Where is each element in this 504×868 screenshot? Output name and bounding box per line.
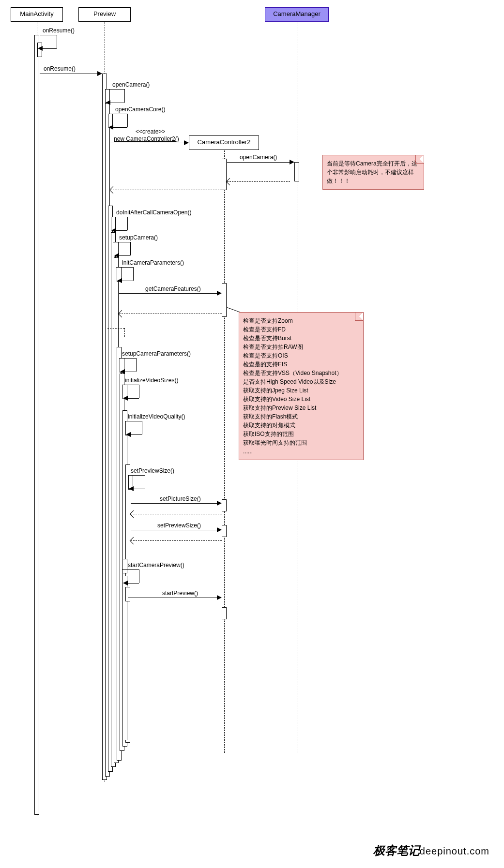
msg-setpicturesize: setPictureSize() xyxy=(160,495,201,502)
return-arrow xyxy=(131,514,222,514)
arrow xyxy=(128,398,139,399)
activation-cc-4 xyxy=(222,525,227,537)
activation-cm-1 xyxy=(294,162,299,181)
arrow xyxy=(122,385,139,385)
return-arrow xyxy=(131,540,222,541)
note-line: 获取ISO支持的范围 xyxy=(243,430,359,438)
note-line: 是否支持High Speed Video以及Size xyxy=(243,377,359,386)
arrowhead xyxy=(117,278,122,283)
arrowhead xyxy=(217,595,222,600)
arrow xyxy=(131,434,142,435)
arrow xyxy=(116,267,133,268)
arrow xyxy=(119,358,136,359)
arrow xyxy=(122,569,139,570)
arrowhead xyxy=(114,253,119,258)
participant-cameracontroller2: CameraController2 xyxy=(189,135,259,150)
msg-initparams: initCameraParameters() xyxy=(122,259,184,266)
msg-setpreviewsize2: setPreviewSize() xyxy=(157,522,201,529)
msg-opencameracore: openCameraCore() xyxy=(115,106,165,113)
arrow xyxy=(128,583,139,584)
msg-opencamera2: openCamera() xyxy=(240,154,277,161)
footer: 极客笔记deepinout.com xyxy=(373,843,489,858)
note-connector xyxy=(300,172,322,172)
arrowhead xyxy=(217,291,222,296)
participant-label: CameraController2 xyxy=(198,138,251,146)
arrow xyxy=(125,372,136,372)
msg-startcampreview: startCameraPreview() xyxy=(128,562,184,569)
return-arrow xyxy=(107,337,124,337)
arrow-leg xyxy=(139,385,139,398)
msg-getfeatures: getCameraFeatures() xyxy=(145,285,201,292)
return-arrow xyxy=(110,190,222,190)
activation-cc-1 xyxy=(222,159,227,190)
note-line: 检查是的支持EIS xyxy=(243,360,359,369)
note-line: 检查是否支持Burst xyxy=(243,334,359,343)
arrowhead xyxy=(184,140,189,145)
arrow-leg xyxy=(127,217,128,230)
msg-doinit: doInitAfterCallCameraOpen() xyxy=(116,209,191,216)
arrow xyxy=(43,48,57,49)
activation-main-1 xyxy=(34,35,39,815)
msg-new: new CameraController2() xyxy=(114,135,179,142)
note-opencamera: 当前是等待Camera完全打开后，这个非常影响启动耗时，不建议这样做！！！ xyxy=(322,155,424,190)
arrow xyxy=(110,143,184,143)
footer-url: deepinout.com xyxy=(420,846,489,856)
note-text: 当前是等待Camera完全打开后，这个非常影响启动耗时，不建议这样做！！！ xyxy=(327,160,417,184)
arrow xyxy=(110,103,124,103)
arrow xyxy=(110,114,127,114)
arrow xyxy=(113,242,130,242)
return-arrow xyxy=(119,314,222,314)
return-arrow xyxy=(227,181,290,182)
note-line: ...... xyxy=(243,447,359,456)
note-line: 检查是否支持Zoom xyxy=(243,316,359,325)
arrowhead xyxy=(217,501,222,506)
arrowhead xyxy=(129,486,134,491)
participant-label: Preview xyxy=(93,10,116,17)
arrowhead xyxy=(97,71,102,76)
msg-initvideosizes: initializeVideoSizes() xyxy=(125,377,179,384)
note-line: 检查是否支持VSS（Video Snapshot） xyxy=(243,369,359,377)
msg-setupcamera: setupCamera() xyxy=(119,234,158,241)
note-line: 获取支持的Jpeg Size List xyxy=(243,386,359,395)
msg-opencamera: openCamera() xyxy=(112,81,150,88)
msg-create: <<create>> xyxy=(136,128,165,135)
participant-preview: Preview xyxy=(78,7,131,22)
msg-setpreviewsize: setPreviewSize() xyxy=(131,467,174,474)
arrowhead xyxy=(120,369,125,374)
msg-onresume2: onResume() xyxy=(44,65,76,72)
arrow xyxy=(128,598,217,598)
return-arrow xyxy=(107,328,124,329)
participant-mainactivity: MainActivity xyxy=(11,7,63,22)
arrow-leg xyxy=(142,421,142,434)
activation-prev-19 xyxy=(122,559,127,573)
arrow xyxy=(125,421,142,421)
arrow xyxy=(134,489,145,489)
arrow xyxy=(110,217,127,217)
arrow xyxy=(131,503,217,504)
note-line: 获取曝光时间支持的范围 xyxy=(243,438,359,447)
arrow xyxy=(107,89,124,90)
arrow xyxy=(116,230,127,231)
arrow-leg xyxy=(145,475,145,489)
note-line: 检查是否支持拍RAW图 xyxy=(243,343,359,351)
arrow-leg xyxy=(57,35,57,48)
arrowhead xyxy=(126,432,131,437)
arrow-leg xyxy=(124,328,125,337)
arrowhead xyxy=(290,160,294,165)
msg-setupparams: setupCameraParameters() xyxy=(122,350,191,357)
msg-initvideoquality: initializeVideoQuality() xyxy=(128,413,185,420)
arrowhead xyxy=(108,125,113,130)
msg-onresume: onResume() xyxy=(43,27,75,34)
arrow-leg xyxy=(130,242,131,255)
footer-brand: 极客笔记 xyxy=(373,844,420,857)
lifeline-cameracontroller2 xyxy=(224,150,225,753)
note-line: 检查是否支持OIS xyxy=(243,351,359,360)
arrow xyxy=(113,127,127,128)
note-line: 获取支持的对焦模式 xyxy=(243,421,359,430)
note-line: 检查是否支持FD xyxy=(243,325,359,334)
arrow xyxy=(128,475,145,476)
note-features: 检查是否支持Zoom检查是否支持FD检查是否支持Burst检查是否支持拍RAW图… xyxy=(239,312,364,460)
arrowhead xyxy=(217,527,222,532)
arrow xyxy=(227,162,290,163)
activation-cc-2 xyxy=(222,283,227,317)
